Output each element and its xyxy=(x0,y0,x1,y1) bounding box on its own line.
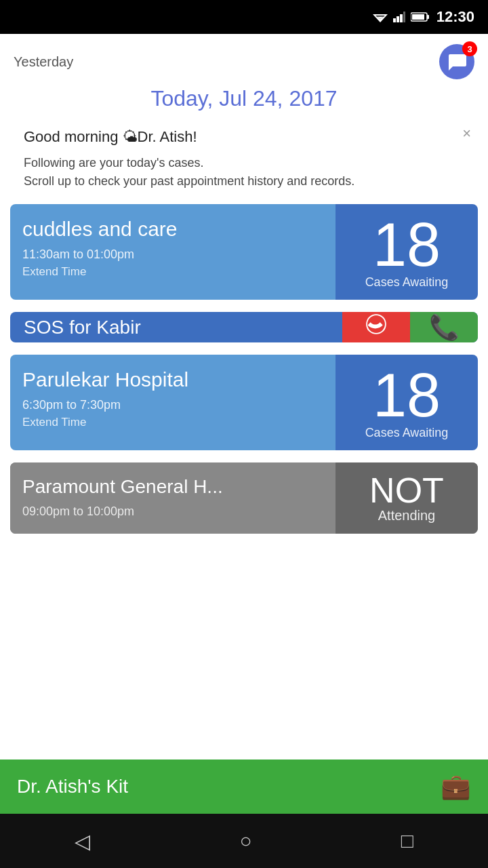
kit-label: Dr. Atish's Kit xyxy=(17,776,128,797)
not-attending-right: NOT Attending xyxy=(336,462,478,534)
appt-extend-parulekar[interactable]: Extend Time xyxy=(22,416,323,429)
main-content: Yesterday 3 Today, Jul 24, 2017 × Good m… xyxy=(0,34,488,760)
cases-number-parulekar: 18 xyxy=(373,365,441,426)
nav-back-icon[interactable]: ◁ xyxy=(75,829,90,853)
appt-right-cuddles: 18 Cases Awaiting xyxy=(336,204,478,300)
not-attending-left: Paramount General H... 09:00pm to 10:00p… xyxy=(10,462,336,534)
signal-icon xyxy=(393,12,405,22)
not-attending-card[interactable]: Paramount General H... 09:00pm to 10:00p… xyxy=(10,462,478,534)
date-title: Today, Jul 24, 2017 xyxy=(0,83,488,121)
appt-time-parulekar: 6:30pm to 7:30pm xyxy=(22,398,323,412)
decline-phone-icon xyxy=(364,312,388,342)
sos-accept-button[interactable]: 📞 xyxy=(410,312,478,342)
svg-rect-8 xyxy=(427,15,429,19)
status-icons xyxy=(373,12,430,22)
svg-rect-5 xyxy=(400,14,403,22)
chat-button[interactable]: 3 xyxy=(439,44,474,79)
sos-card[interactable]: SOS for Kabir 📞 xyxy=(10,312,478,342)
svg-rect-3 xyxy=(393,18,396,22)
appt-extend-cuddles[interactable]: Extend Time xyxy=(22,265,323,279)
header: Yesterday 3 xyxy=(0,34,488,83)
nav-home-icon[interactable]: ○ xyxy=(239,829,251,852)
battery-icon xyxy=(411,12,430,22)
appt-left-parulekar: Parulekar Hospital 6:30pm to 7:30pm Exte… xyxy=(10,355,336,450)
cases-label-parulekar: Cases Awaiting xyxy=(365,426,449,440)
greeting-box: × Good morning 🌤Dr. Atish! Following are… xyxy=(10,121,478,197)
cases-number-cuddles: 18 xyxy=(373,214,441,275)
wifi-icon xyxy=(373,12,388,22)
not-attending-name: Paramount General H... xyxy=(22,476,323,498)
appt-right-parulekar: 18 Cases Awaiting xyxy=(336,355,478,450)
not-attending-time: 09:00pm to 10:00pm xyxy=(22,505,323,519)
kit-icon: 💼 xyxy=(441,772,471,801)
svg-rect-6 xyxy=(403,12,405,22)
sos-decline-button[interactable] xyxy=(342,312,410,342)
chat-badge: 3 xyxy=(462,41,477,56)
sos-name: SOS for Kabir xyxy=(10,312,342,342)
accept-phone-icon: 📞 xyxy=(429,313,460,342)
chat-icon xyxy=(447,53,466,71)
appt-name-parulekar: Parulekar Hospital xyxy=(22,368,323,391)
svg-rect-9 xyxy=(412,14,424,20)
close-greeting-button[interactable]: × xyxy=(462,125,471,142)
kit-bar[interactable]: Dr. Atish's Kit 💼 xyxy=(0,760,488,814)
svg-rect-4 xyxy=(396,16,399,22)
nav-bar: ◁ ○ □ xyxy=(0,814,488,868)
appointment-card-cuddles[interactable]: cuddles and care 11:30am to 01:00pm Exte… xyxy=(10,204,478,300)
nav-recent-icon[interactable]: □ xyxy=(401,829,413,852)
cards-container: cuddles and care 11:30am to 01:00pm Exte… xyxy=(0,204,488,534)
status-time: 12:30 xyxy=(436,8,474,26)
cases-label-cuddles: Cases Awaiting xyxy=(365,275,449,290)
yesterday-label: Yesterday xyxy=(14,54,73,70)
appt-time-cuddles: 11:30am to 01:00pm xyxy=(22,248,323,262)
attending-label: Attending xyxy=(378,508,436,524)
appointment-card-parulekar[interactable]: Parulekar Hospital 6:30pm to 7:30pm Exte… xyxy=(10,355,478,450)
status-bar: 12:30 xyxy=(0,0,488,34)
greeting-title: Good morning 🌤Dr. Atish! xyxy=(24,128,451,146)
greeting-body: Following are your today's cases.Scroll … xyxy=(24,154,451,191)
not-status-big: NOT xyxy=(369,473,444,508)
appt-name-cuddles: cuddles and care xyxy=(22,218,323,241)
appt-left-cuddles: cuddles and care 11:30am to 01:00pm Exte… xyxy=(10,204,336,300)
